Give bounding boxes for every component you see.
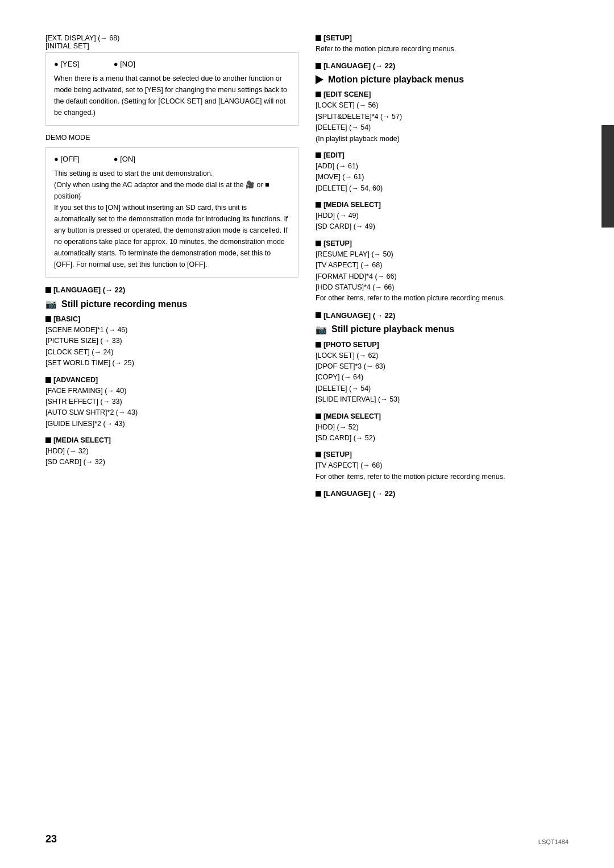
language-right-top-text: [LANGUAGE] (→ 22): [323, 61, 395, 70]
edit-section: [EDIT] [ADD] (→ 61) [MOVE] (→ 61) [DELET…: [316, 151, 569, 194]
off-on-row: ● [OFF] ● [ON]: [54, 155, 290, 163]
setup-right2-note: For other items, refer to the motion pic…: [316, 293, 569, 304]
media-select-left-item-1: [HDD] (→ 32): [45, 446, 298, 457]
photo-setup-item-2: [DPOF SET]*3 (→ 63): [316, 361, 569, 372]
edge-bar: [601, 125, 614, 228]
edit-item-2: [MOVE] (→ 61): [316, 172, 569, 183]
basic-item-1: [SCENE MODE]*1 (→ 46): [45, 325, 298, 336]
basic-heading-text: [BASIC]: [53, 315, 80, 323]
photo-setup-bullet-icon: [316, 342, 321, 348]
on-label: ● [ON]: [114, 155, 135, 163]
edit-heading-text: [EDIT]: [323, 151, 345, 159]
media-select-right2-item-1: [HDD] (→ 52): [316, 422, 569, 433]
edit-scene-heading-text: [EDIT SCENE]: [323, 90, 371, 98]
media-select-left-heading: [MEDIA SELECT]: [45, 436, 298, 444]
ext-display-text: [EXT. DISPLAY] (→ 68): [45, 34, 119, 42]
basic-bullet-icon: [45, 316, 51, 322]
advanced-heading-text: [ADVANCED]: [53, 376, 98, 384]
left-column: [EXT. DISPLAY] (→ 68) [INITIAL SET] ● [Y…: [45, 34, 298, 502]
language-heading-right-top: [LANGUAGE] (→ 22): [316, 61, 569, 70]
still-recording-title: 📷 Still picture recording menus: [45, 299, 298, 309]
lang-right3-bullet-icon: [316, 491, 321, 497]
language-heading-right3: [LANGUAGE] (→ 22): [316, 489, 569, 498]
demo-mode-label: DEMO MODE: [45, 134, 298, 142]
ext-display-line: [EXT. DISPLAY] (→ 68) [INITIAL SET]: [45, 34, 298, 50]
camera-icon: 📷: [45, 299, 57, 309]
photo-setup-heading-text: [PHOTO SETUP]: [323, 341, 379, 349]
setup-right3-item-1: [TV ASPECT] (→ 68): [316, 460, 569, 471]
edit-scene-section: [EDIT SCENE] [LOCK SET] (→ 56) [SPLIT&DE…: [316, 90, 569, 144]
off-on-box: ● [OFF] ● [ON] This setting is used to s…: [45, 147, 298, 278]
advanced-section: [ADVANCED] [FACE FRAMING] (→ 40) [SHTR E…: [45, 376, 298, 430]
media-select-left-heading-text: [MEDIA SELECT]: [53, 436, 111, 444]
basic-item-2: [PICTURE SIZE] (→ 33): [45, 336, 298, 346]
setup-right3-heading: [SETUP]: [316, 450, 569, 458]
off-option: ● [OFF]: [54, 155, 80, 163]
advanced-item-2: [SHTR EFFECT] (→ 33): [45, 396, 298, 407]
page: [EXT. DISPLAY] (→ 68) [INITIAL SET] ● [Y…: [0, 0, 614, 868]
edit-scene-item-3: [DELETE] (→ 54): [316, 122, 569, 133]
photo-setup-item-1: [LOCK SET] (→ 62): [316, 350, 569, 361]
media-select-right1-section: [MEDIA SELECT] [HDD] (→ 49) [SD CARD] (→…: [316, 201, 569, 233]
setup-top-heading-text: [SETUP]: [323, 34, 352, 42]
setup-right2-heading: [SETUP]: [316, 239, 569, 247]
setup-top-bullet-icon: [316, 35, 321, 41]
edit-scene-item-1: [LOCK SET] (→ 56): [316, 100, 569, 111]
media-select-right2-section: [MEDIA SELECT] [HDD] (→ 52) [SD CARD] (→…: [316, 412, 569, 444]
setup-right3-note: For other items, refer to the motion pic…: [316, 472, 569, 482]
motion-picture-title: Motion picture playback menus: [316, 75, 569, 85]
photo-setup-heading: [PHOTO SETUP]: [316, 341, 569, 349]
basic-item-4: [SET WORLD TIME] (→ 25): [45, 358, 298, 369]
edit-heading: [EDIT]: [316, 151, 569, 159]
advanced-bullet-icon: [45, 377, 51, 383]
photo-setup-item-3: [COPY] (→ 64): [316, 372, 569, 383]
basic-heading: [BASIC]: [45, 315, 298, 323]
play-icon: [316, 75, 323, 84]
edit-item-1: [ADD] (→ 61): [316, 161, 569, 172]
media-select-left-item-2: [SD CARD] (→ 32): [45, 457, 298, 468]
setup-top-section: [SETUP] Refer to the motion picture reco…: [316, 34, 569, 55]
edit-scene-item-2: [SPLIT&DELETE]*4 (→ 57): [316, 111, 569, 122]
language-right3-text: [LANGUAGE] (→ 22): [323, 489, 395, 498]
photo-setup-section: [PHOTO SETUP] [LOCK SET] (→ 62) [DPOF SE…: [316, 341, 569, 406]
edit-item-3: [DELETE] (→ 54, 60): [316, 183, 569, 194]
motion-picture-label: Motion picture playback menus: [328, 75, 464, 85]
edit-scene-bullet-icon: [316, 92, 321, 97]
yes-option: ● [YES]: [54, 60, 80, 68]
setup-right2-item-2: [TV ASPECT] (→ 68): [316, 260, 569, 271]
demo-description: This setting is used to start the unit d…: [54, 168, 290, 270]
yes-no-row: ● [YES] ● [NO]: [54, 60, 290, 68]
media-select-left-bullet-icon: [45, 437, 51, 443]
edit-bullet-icon: [316, 152, 321, 158]
still-playback-title: 📷 Still picture playback menus: [316, 324, 569, 335]
advanced-item-3: [AUTO SLW SHTR]*2 (→ 43): [45, 407, 298, 418]
setup-right2-item-4: [HDD STATUS]*4 (→ 66): [316, 282, 569, 293]
advanced-item-1: [FACE FRAMING] (→ 40): [45, 386, 298, 396]
edit-scene-note: (In playlist playback mode): [316, 134, 569, 144]
off-label: ● [OFF]: [54, 155, 80, 163]
media-select-right1-item-2: [SD CARD] (→ 49): [316, 221, 569, 232]
setup-right2-heading-text: [SETUP]: [323, 239, 352, 247]
media-select-right1-bullet-icon: [316, 202, 321, 208]
media-select-right2-heading: [MEDIA SELECT]: [316, 412, 569, 420]
setup-right2-item-3: [FORMAT HDD]*4 (→ 66): [316, 271, 569, 282]
setup-right3-heading-text: [SETUP]: [323, 450, 352, 458]
media-select-right2-heading-text: [MEDIA SELECT]: [323, 412, 381, 420]
square-bullet-icon: [45, 287, 51, 293]
still-recording-label: Still picture recording menus: [61, 299, 187, 309]
language-heading-left: [LANGUAGE] (→ 22): [45, 286, 298, 294]
media-select-right1-item-1: [HDD] (→ 49): [316, 210, 569, 221]
yes-no-box: ● [YES] ● [NO] When there is a menu that…: [45, 52, 298, 126]
no-label: ● [NO]: [114, 60, 135, 68]
camera-playback-icon: 📷: [316, 324, 327, 335]
no-option: ● [NO]: [114, 60, 135, 68]
edit-scene-heading: [EDIT SCENE]: [316, 90, 569, 98]
setup-right2-bullet-icon: [316, 241, 321, 246]
initial-set-text: [INITIAL SET]: [45, 42, 89, 50]
setup-top-note: Refer to the motion picture recording me…: [316, 44, 569, 55]
yes-label: ● [YES]: [54, 60, 80, 68]
lang-right2-bullet-icon: [316, 312, 321, 318]
doc-code: LSQT1484: [538, 838, 569, 845]
photo-setup-item-4: [DELETE] (→ 54): [316, 383, 569, 394]
language-text-left: [LANGUAGE] (→ 22): [53, 286, 125, 294]
